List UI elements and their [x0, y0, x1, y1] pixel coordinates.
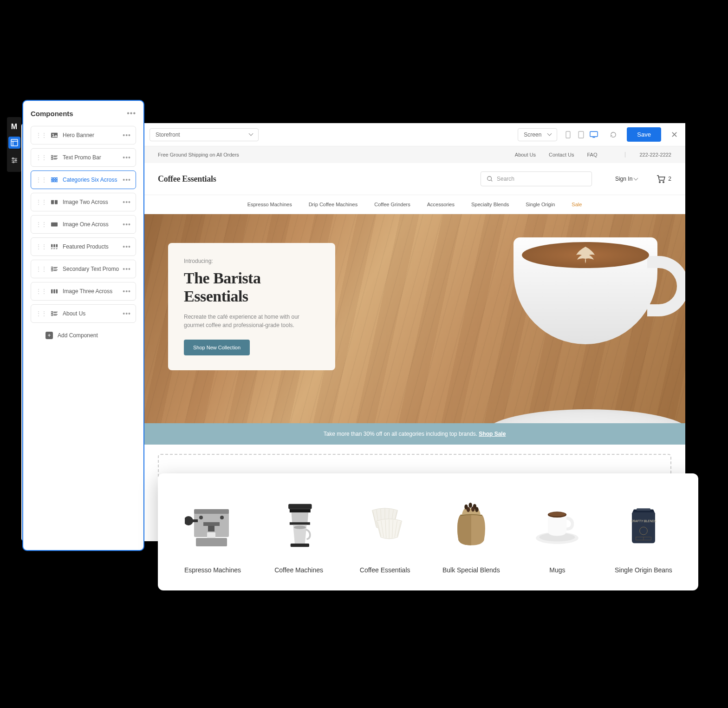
svg-point-77 [471, 506, 474, 511]
drag-handle-icon[interactable]: ⋮⋮ [36, 266, 47, 272]
tablet-icon[interactable] [577, 131, 585, 139]
drag-handle-icon[interactable]: ⋮⋮ [36, 221, 47, 228]
component-image-three[interactable]: ⋮⋮ Image Three Across ••• [31, 282, 136, 301]
nav-accessories[interactable]: Accessories [427, 202, 455, 207]
category-bulk-blends[interactable]: Bulk Special Blends [434, 493, 508, 574]
item-more-icon[interactable]: ••• [123, 154, 131, 161]
nav-drip[interactable]: Drip Coffee Machines [309, 202, 358, 207]
shipping-text: Free Ground Shipping on All Orders [158, 152, 515, 157]
category-single-origin[interactable]: CRAFTY BLENDS Single Origin Beans [606, 493, 681, 574]
svg-rect-22 [51, 158, 53, 160]
item-more-icon[interactable]: ••• [123, 198, 131, 206]
nav-espresso[interactable]: Espresso Machines [247, 202, 292, 207]
save-button[interactable]: Save [627, 127, 661, 142]
item-more-icon[interactable]: ••• [123, 310, 131, 317]
screen-select[interactable]: Screen [518, 128, 557, 141]
image-three-icon [51, 288, 58, 295]
chevron-down-icon [547, 131, 552, 136]
signin-button[interactable]: Sign In [615, 176, 637, 182]
item-more-icon[interactable]: ••• [123, 176, 131, 184]
sidebar-layout-icon[interactable] [8, 137, 20, 149]
component-featured-products[interactable]: ⋮⋮ Featured Products ••• [31, 237, 136, 256]
item-more-icon[interactable]: ••• [123, 131, 131, 139]
chevron-down-icon [634, 176, 638, 180]
svg-rect-19 [51, 156, 53, 157]
component-about-us[interactable]: ⋮⋮ About Us ••• [31, 304, 136, 323]
hero-banner-icon [51, 131, 58, 139]
text-promo-icon [51, 154, 58, 161]
cart-button[interactable]: 2 [656, 175, 671, 183]
svg-rect-39 [56, 248, 58, 249]
svg-rect-30 [56, 180, 58, 182]
panel-more-icon[interactable]: ••• [127, 109, 136, 118]
nav-sale[interactable]: Sale [572, 202, 582, 207]
drag-handle-icon[interactable]: ⋮⋮ [36, 288, 47, 295]
svg-point-8 [13, 162, 14, 163]
svg-point-16 [663, 182, 664, 183]
chevron-down-icon [249, 131, 254, 136]
contact-link[interactable]: Contact Us [549, 152, 574, 157]
components-panel: Components ••• ⋮⋮ Hero Banner ••• ⋮⋮ Tex… [22, 100, 144, 551]
svg-point-82 [549, 512, 566, 516]
item-more-icon[interactable]: ••• [123, 265, 131, 273]
icon-sidebar: M [7, 117, 21, 172]
drag-handle-icon[interactable]: ⋮⋮ [36, 199, 47, 205]
storefront-label: Storefront [156, 131, 180, 138]
nav-grinders[interactable]: Coffee Grinders [374, 202, 410, 207]
svg-rect-11 [590, 131, 598, 137]
nav-origin[interactable]: Single Origin [526, 202, 555, 207]
svg-rect-67 [207, 532, 215, 538]
hero-desc: Recreate the café experience at home wit… [184, 313, 319, 329]
item-more-icon[interactable]: ••• [123, 288, 131, 295]
component-secondary-promo[interactable]: ⋮⋮ Secondary Text Promo ••• [31, 260, 136, 278]
svg-rect-17 [51, 133, 58, 138]
cart-count: 2 [668, 176, 671, 182]
svg-rect-46 [51, 269, 53, 271]
svg-point-18 [52, 134, 54, 135]
about-link[interactable]: About Us [515, 152, 536, 157]
add-component-button[interactable]: + Add Component [31, 327, 136, 344]
component-categories-six[interactable]: ⋮⋮ Categories Six Across ••• [31, 170, 136, 189]
component-image-two[interactable]: ⋮⋮ Image Two Across ••• [31, 193, 136, 211]
nav-blends[interactable]: Specialty Blends [471, 202, 509, 207]
drag-handle-icon[interactable]: ⋮⋮ [36, 310, 47, 317]
item-more-icon[interactable]: ••• [123, 243, 131, 250]
promo-link[interactable]: Shop Sale [479, 431, 506, 437]
category-label: Mugs [549, 566, 565, 574]
drag-handle-icon[interactable]: ⋮⋮ [36, 243, 47, 250]
promo-bar: Take more than 30% off on all categories… [144, 423, 685, 445]
category-coffee-machines[interactable]: Coffee Machines [262, 493, 336, 574]
drag-handle-icon[interactable]: ⋮⋮ [36, 177, 47, 183]
desktop-icon[interactable] [590, 131, 598, 139]
category-mugs[interactable]: Mugs [520, 493, 594, 574]
espresso-machine-image [182, 493, 243, 553]
component-image-one[interactable]: ⋮⋮ Image One Across ••• [31, 215, 136, 234]
storefront-select[interactable]: Storefront [150, 128, 259, 141]
svg-rect-62 [208, 526, 214, 531]
search-icon [487, 176, 493, 182]
svg-rect-64 [190, 519, 198, 522]
category-label: Espresso Machines [184, 566, 241, 574]
search-input[interactable]: Search [481, 171, 592, 186]
category-coffee-essentials[interactable]: Coffee Essentials [348, 493, 422, 574]
site-logo[interactable]: Coffee Essentials [158, 174, 216, 184]
svg-rect-29 [53, 180, 55, 182]
hero-intro: Introducing: [184, 258, 319, 264]
sidebar-settings-icon[interactable] [8, 154, 20, 166]
svg-rect-60 [196, 538, 227, 546]
category-espresso-machines[interactable]: Espresso Machines [176, 493, 250, 574]
image-two-icon [51, 198, 58, 206]
refresh-button[interactable] [606, 128, 620, 142]
drag-handle-icon[interactable]: ⋮⋮ [36, 154, 47, 161]
faq-link[interactable]: FAQ [587, 152, 597, 157]
mobile-icon[interactable] [564, 131, 572, 139]
component-hero-banner[interactable]: ⋮⋮ Hero Banner ••• [31, 126, 136, 144]
svg-rect-69 [289, 509, 310, 512]
svg-rect-26 [53, 178, 55, 180]
drag-handle-icon[interactable]: ⋮⋮ [36, 132, 47, 138]
close-button[interactable]: ✕ [670, 130, 679, 139]
svg-point-71 [294, 526, 306, 529]
hero-cta-button[interactable]: Shop New Collection [184, 340, 250, 355]
component-text-promo[interactable]: ⋮⋮ Text Promo Bar ••• [31, 148, 136, 167]
item-more-icon[interactable]: ••• [123, 221, 131, 228]
